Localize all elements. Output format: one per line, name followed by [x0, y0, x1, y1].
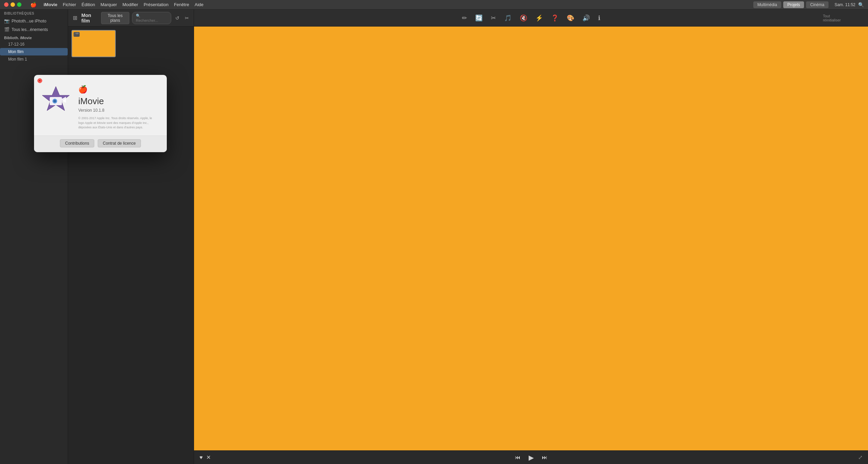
next-frame-button[interactable]: ⏭ — [542, 454, 547, 461]
fullscreen-traffic-light[interactable] — [17, 2, 21, 7]
menu-edition[interactable]: Édition — [81, 2, 95, 7]
about-text: 🍎 iMovie Version 10.1.8 © 2001-2017 Appl… — [78, 85, 159, 130]
sidebar-section-title: BIBLIOTHÈQUES — [0, 10, 68, 17]
pencil-tool-icon[interactable]: ✏ — [461, 13, 468, 23]
menu-marquer[interactable]: Marquer — [100, 2, 117, 7]
sidebar-item-iphoto[interactable]: 📷 Phototh...ue iPhoto — [0, 17, 68, 25]
sidebar-sub-17-12-16[interactable]: 17-12-16 — [0, 41, 68, 48]
audio-tool-icon[interactable]: 🎵 — [503, 13, 513, 23]
filter-dropdown[interactable]: Tous les plans — [101, 12, 129, 24]
prev-frame-button[interactable]: ⏮ — [515, 454, 520, 461]
play-button[interactable]: ▶ — [529, 453, 534, 462]
about-footer: Contributions Contrat de licence — [34, 135, 167, 152]
about-title: iMovie — [78, 96, 159, 107]
media-thumbnail[interactable]: 🎬 — [71, 30, 116, 57]
refresh-icon[interactable]: ↺ — [174, 14, 181, 22]
crop-tool-icon[interactable]: ✂ — [489, 13, 497, 23]
color-tool-icon[interactable]: 🎨 — [565, 13, 576, 23]
mute-tool-icon[interactable]: 🔇 — [518, 13, 529, 23]
menu-presentation[interactable]: Présentation — [144, 2, 168, 7]
imovie-star-svg — [42, 85, 69, 112]
viewer-toolbar: ✏ 🔄 ✂ 🎵 🔇 ⚡ ❓ 🎨 🔊 ℹ Toutréinitialiser — [194, 10, 868, 27]
menu-modifier[interactable]: Modifier — [123, 2, 138, 7]
sidebar-sub-mon-film[interactable]: Mon film — [0, 48, 68, 55]
sidebar-item-events-label: Tous les...énements — [12, 27, 48, 32]
volume-tool-icon[interactable]: 🔊 — [581, 13, 591, 23]
search-icon: 🔍 — [136, 14, 141, 18]
search-input[interactable]: 🔍 — [132, 12, 171, 24]
sidebar-item-events[interactable]: 🎬 Tous les...énements — [0, 25, 68, 34]
search-field[interactable] — [136, 18, 163, 22]
info-tool-icon[interactable]: ℹ — [597, 13, 602, 23]
minimize-traffic-light[interactable] — [11, 2, 15, 7]
library-group-label: Biblioth. iMovie — [0, 34, 68, 41]
center-title: Mon film — [81, 13, 98, 23]
grid-view-button[interactable]: ⊞ — [71, 13, 79, 22]
bottom-left-controls: ♥ ✕ — [199, 454, 211, 461]
menubar-left: 🍎 iMovie Fichier Édition Marquer Modifie… — [4, 2, 747, 8]
sidebar-item-iphoto-label: Phototh...ue iPhoto — [12, 19, 46, 23]
sidebar-sub-mon-film-1[interactable]: Mon film 1 — [0, 55, 68, 63]
preview-canvas — [194, 27, 868, 450]
thumbnail-icon: 🎬 — [74, 32, 80, 37]
close-traffic-light[interactable] — [4, 2, 9, 7]
svg-point-4 — [53, 100, 56, 102]
menu-aide[interactable]: Aide — [195, 2, 204, 7]
far-right-label: Toutréinitialiser — [823, 14, 841, 22]
tab-cinema[interactable]: Cinéma — [806, 1, 828, 8]
imovie-app-icon — [42, 85, 73, 116]
center-toolbar: ⊞ Mon film Tous les plans 🔍 ↺ ✂ — [68, 10, 194, 27]
about-legal: © 2001-2017 Apple Inc. Tous droits réser… — [78, 116, 159, 130]
about-version: Version 10.1.8 — [78, 108, 159, 113]
app-wrapper: 🍎 iMovie Fichier Édition Marquer Modifie… — [0, 0, 868, 464]
menubar-right: Sam. 11:52 🔍 — [835, 2, 864, 7]
about-dialog: ✕ 🍎 iMovie Version 10.1.8 © 2001-2017 Ap… — [34, 75, 167, 152]
nav-tabs: Multimédia Projets Cinéma — [753, 1, 829, 8]
menu-fenetre[interactable]: Fenêtre — [174, 2, 189, 7]
about-body: 🍎 iMovie Version 10.1.8 © 2001-2017 Appl… — [34, 75, 167, 135]
license-button[interactable]: Contrat de licence — [98, 139, 141, 147]
tab-projets[interactable]: Projets — [783, 1, 804, 8]
close-preview-button[interactable]: ✕ — [206, 454, 211, 461]
tab-multimedia[interactable]: Multimédia — [753, 1, 781, 8]
iphoto-icon: 📷 — [4, 18, 10, 23]
speed-tool-icon[interactable]: ⚡ — [534, 13, 544, 23]
menu-app-name[interactable]: iMovie — [44, 2, 57, 7]
about-apple-logo: 🍎 — [78, 85, 159, 94]
playback-controls: ♥ ✕ ⏮ ▶ ⏭ ⤢ — [194, 450, 868, 464]
search-icon[interactable]: 🔍 — [858, 2, 864, 7]
help-tool-icon[interactable]: ❓ — [550, 13, 560, 23]
rotate-tool-icon[interactable]: 🔄 — [474, 13, 484, 23]
menubar: 🍎 iMovie Fichier Édition Marquer Modifie… — [0, 0, 868, 10]
resize-handle[interactable]: ⤢ — [858, 454, 863, 461]
traffic-lights — [4, 2, 21, 7]
viewer-panel: ✏ 🔄 ✂ 🎵 🔇 ⚡ ❓ 🎨 🔊 ℹ Toutréinitialiser ♥ — [194, 10, 868, 464]
contributions-button[interactable]: Contributions — [60, 139, 94, 147]
like-button[interactable]: ♥ — [199, 454, 203, 461]
events-icon: 🎬 — [4, 27, 10, 32]
cut-icon[interactable]: ✂ — [183, 14, 190, 22]
apple-logo-icon[interactable]: 🍎 — [30, 2, 37, 8]
menubar-time: Sam. 11:52 — [835, 2, 855, 7]
about-close-button[interactable]: ✕ — [37, 78, 42, 83]
menu-fichier[interactable]: Fichier — [63, 2, 76, 7]
